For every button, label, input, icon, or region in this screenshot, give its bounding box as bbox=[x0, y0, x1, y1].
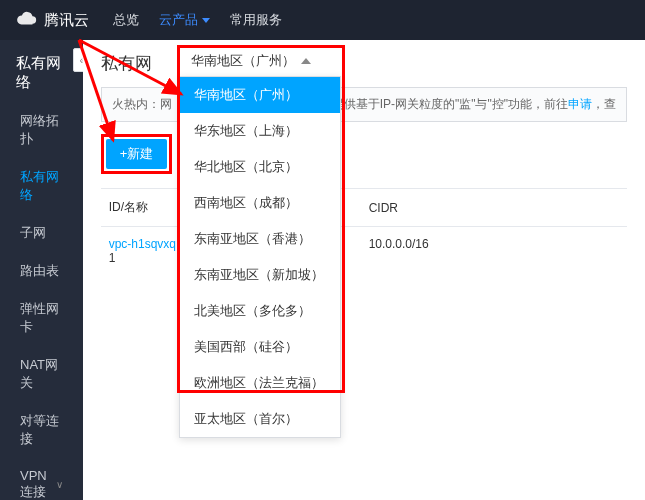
brand-logo[interactable]: 腾讯云 bbox=[16, 9, 89, 31]
sidebar: 私有网络 « 网络拓扑私有网络子网路由表弹性网卡NAT网关对等连接VPN连接∨专… bbox=[0, 40, 83, 500]
chevron-down-icon: ∨ bbox=[56, 479, 63, 490]
sidebar-item-6[interactable]: 对等连接 bbox=[0, 402, 83, 458]
sidebar-item-1[interactable]: 私有网络 bbox=[0, 158, 83, 214]
sidebar-item-0[interactable]: 网络拓扑 bbox=[0, 102, 83, 158]
region-option-1[interactable]: 华东地区（上海） bbox=[180, 113, 340, 149]
region-option-6[interactable]: 北美地区（多伦多） bbox=[180, 293, 340, 329]
annotation-box-new-button: +新建 bbox=[101, 134, 173, 174]
region-selector-trigger[interactable]: 华南地区（广州） bbox=[191, 52, 311, 70]
cidr-cell: 10.0.0.0/16 bbox=[361, 227, 627, 276]
nav-products[interactable]: 云产品 bbox=[159, 11, 210, 29]
region-option-3[interactable]: 西南地区（成都） bbox=[180, 185, 340, 221]
region-option-8[interactable]: 欧洲地区（法兰克福） bbox=[180, 365, 340, 401]
main-content: 私有网 华南地区（广州） 火热内：网提供基于IP-网关粒度的"监"与"控"功能，… bbox=[83, 40, 645, 500]
region-option-2[interactable]: 华北地区（北京） bbox=[180, 149, 340, 185]
sidebar-item-5[interactable]: NAT网关 bbox=[0, 346, 83, 402]
chevron-up-icon bbox=[301, 58, 311, 64]
sidebar-item-7[interactable]: VPN连接∨ bbox=[0, 458, 83, 500]
nav-products-label: 云产品 bbox=[159, 11, 198, 29]
cloud-logo-icon bbox=[16, 9, 38, 31]
region-selector-label: 华南地区（广州） bbox=[191, 52, 295, 70]
region-dropdown: 华南地区（广州）华东地区（上海）华北地区（北京）西南地区（成都）东南亚地区（香港… bbox=[179, 76, 341, 438]
sidebar-item-4[interactable]: 弹性网卡 bbox=[0, 290, 83, 346]
col-cidr[interactable]: CIDR bbox=[361, 189, 627, 227]
region-option-7[interactable]: 美国西部（硅谷） bbox=[180, 329, 340, 365]
chevron-down-icon bbox=[202, 18, 210, 23]
region-option-9[interactable]: 亚太地区（首尔） bbox=[180, 401, 340, 437]
nav-overview[interactable]: 总览 bbox=[113, 11, 139, 29]
brand-text: 腾讯云 bbox=[44, 11, 89, 30]
nav-services[interactable]: 常用服务 bbox=[230, 11, 282, 29]
sidebar-item-3[interactable]: 路由表 bbox=[0, 252, 83, 290]
create-new-button[interactable]: +新建 bbox=[106, 139, 168, 169]
region-option-4[interactable]: 东南亚地区（香港） bbox=[180, 221, 340, 257]
region-option-5[interactable]: 东南亚地区（新加坡） bbox=[180, 257, 340, 293]
sidebar-title: 私有网络 bbox=[0, 40, 83, 102]
top-navbar: 腾讯云 总览 云产品 常用服务 bbox=[0, 0, 645, 40]
col-id-name[interactable]: ID/名称 bbox=[101, 189, 161, 227]
page-title: 私有网 bbox=[101, 52, 627, 75]
region-option-0[interactable]: 华南地区（广州） bbox=[180, 77, 340, 113]
sidebar-item-2[interactable]: 子网 bbox=[0, 214, 83, 252]
apply-link[interactable]: 申请 bbox=[568, 97, 592, 111]
